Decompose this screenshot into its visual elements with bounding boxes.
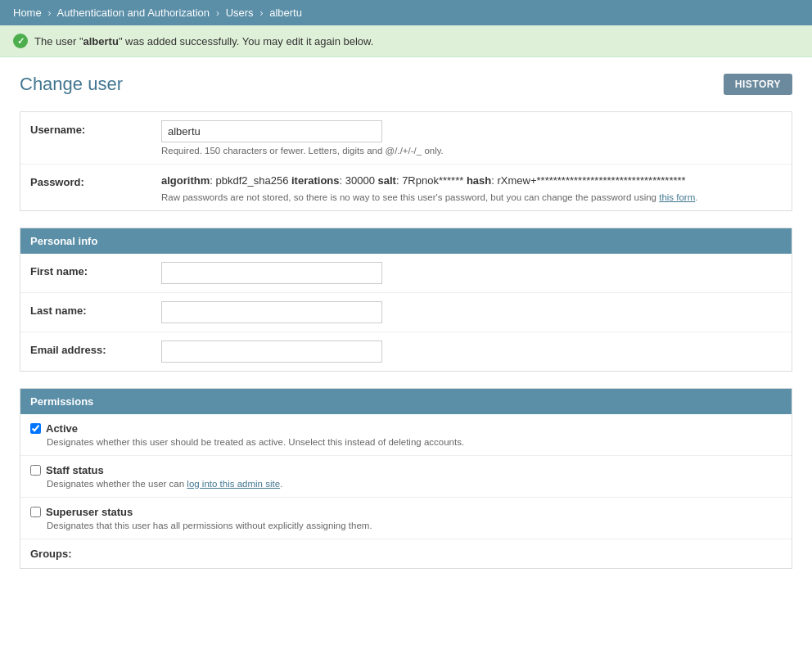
title-row: Change user HISTORY (20, 74, 792, 95)
staff-label-row: Staff status (30, 464, 782, 476)
breadcrumb-users[interactable]: Users (226, 7, 254, 19)
success-text: The user "albertu" was added successfull… (34, 35, 373, 47)
breadcrumb-sep-3: › (259, 7, 263, 19)
active-row: Active Designates whether this user shou… (20, 414, 792, 456)
breadcrumb: Home › Authentication and Authorization … (13, 7, 302, 19)
breadcrumb-current: albertu (269, 7, 302, 19)
page-title: Change user (20, 74, 123, 95)
firstname-label: First name: (30, 262, 161, 277)
lastname-label: Last name: (30, 301, 161, 317)
username-row: Username: Required. 150 characters or fe… (20, 112, 792, 165)
main-content: Change user HISTORY Username: Required. … (0, 57, 812, 602)
username-label: Username: (30, 120, 161, 136)
staff-help: Designates whether the user can log into… (30, 479, 782, 489)
success-username: albertu (83, 35, 119, 47)
breadcrumb-bar: Home › Authentication and Authorization … (0, 0, 812, 25)
password-info: algorithm: pbkdf2_sha256 iterations: 300… (161, 173, 782, 189)
admin-site-link[interactable]: log into this admin site (187, 479, 280, 489)
superuser-label-row: Superuser status (30, 506, 782, 518)
superuser-help: Designates that this user has all permis… (30, 521, 782, 530)
permissions-section: Permissions Active Designates whether th… (20, 388, 792, 569)
change-password-link[interactable]: this form (659, 192, 695, 202)
staff-checkbox[interactable] (30, 465, 41, 476)
password-field: algorithm: pbkdf2_sha256 iterations: 300… (161, 173, 782, 202)
email-row: Email address: (20, 332, 792, 371)
superuser-checkbox[interactable] (30, 507, 41, 517)
staff-label[interactable]: Staff status (46, 464, 104, 476)
password-row: Password: algorithm: pbkdf2_sha256 itera… (20, 165, 792, 210)
email-label: Email address: (30, 341, 161, 356)
superuser-row: Superuser status Designates that this us… (20, 498, 792, 539)
staff-row: Staff status Designates whether the user… (20, 456, 792, 498)
groups-label: Groups: (30, 548, 161, 560)
permissions-body: Active Designates whether this user shou… (20, 414, 792, 568)
password-help: Raw passwords are not stored, so there i… (161, 192, 782, 202)
history-button[interactable]: HISTORY (724, 74, 792, 95)
personal-info-section: Personal info First name: Last name: Ema… (20, 228, 792, 372)
password-label: Password: (30, 173, 161, 188)
username-field: Required. 150 characters or fewer. Lette… (161, 120, 782, 156)
breadcrumb-sep-2: › (216, 7, 219, 19)
firstname-input[interactable] (161, 262, 382, 284)
active-checkbox[interactable] (30, 423, 41, 434)
active-label-row: Active (30, 422, 782, 435)
username-section: Username: Required. 150 characters or fe… (20, 111, 792, 211)
breadcrumb-auth[interactable]: Authentication and Authorization (57, 7, 210, 19)
personal-info-body: First name: Last name: Email address: (20, 254, 792, 371)
success-message: The user "albertu" was added successfull… (0, 25, 812, 57)
breadcrumb-home[interactable]: Home (13, 7, 42, 19)
username-help: Required. 150 characters or fewer. Lette… (161, 146, 782, 156)
breadcrumb-sep-1: › (47, 7, 51, 19)
firstname-field (161, 262, 782, 284)
groups-row: Groups: (20, 539, 792, 568)
active-label[interactable]: Active (46, 422, 78, 435)
permissions-header: Permissions (20, 389, 792, 414)
lastname-input[interactable] (161, 301, 382, 323)
username-input[interactable] (161, 120, 382, 142)
email-field (161, 341, 782, 363)
firstname-row: First name: (20, 254, 792, 293)
email-input[interactable] (161, 341, 382, 363)
success-icon (13, 34, 28, 48)
lastname-row: Last name: (20, 293, 792, 332)
lastname-field (161, 301, 782, 323)
personal-info-header: Personal info (20, 228, 792, 254)
superuser-label[interactable]: Superuser status (46, 506, 133, 518)
active-help: Designates whether this user should be t… (30, 437, 782, 447)
